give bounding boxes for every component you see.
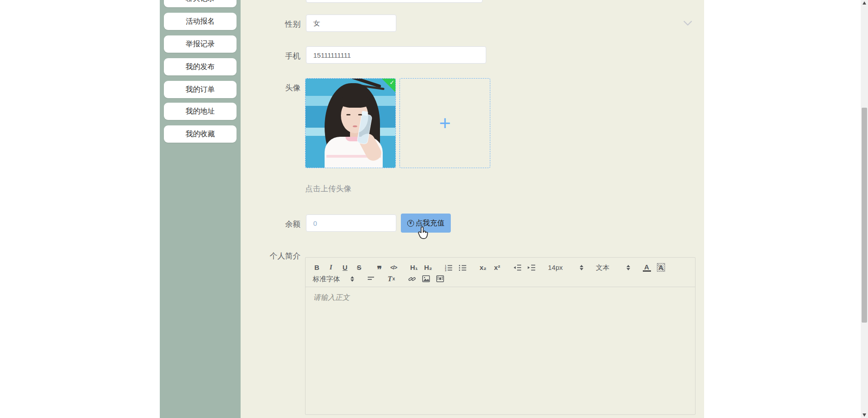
gender-label: 性别	[241, 19, 301, 30]
clear-format-button[interactable]: Tx	[387, 275, 395, 283]
link-button[interactable]	[408, 275, 416, 283]
blockquote-button[interactable]: ❞	[375, 267, 384, 272]
text-type-select[interactable]: 文本	[596, 264, 610, 271]
heading1-button[interactable]: H₁	[410, 264, 418, 271]
check-icon: ✓	[390, 79, 395, 86]
sidebar-item-my-address[interactable]: 我的地址	[164, 103, 237, 120]
editor-placeholder: 请输入正文	[313, 294, 350, 301]
insert-image-button[interactable]	[422, 275, 430, 282]
highlight-color-button[interactable]: A	[657, 263, 666, 272]
code-button[interactable]: </>	[390, 265, 398, 270]
page-scrollbar[interactable]	[861, 0, 868, 418]
svg-text:3: 3	[445, 269, 446, 271]
profile-edit-page: 聊天记录 活动报名 举报记录 我的发布 我的订单 我的地址 我的收藏 性别 手机…	[0, 0, 868, 418]
scroll-down-icon[interactable]	[863, 413, 866, 417]
heading2-button[interactable]: H₂	[424, 264, 432, 271]
bio-label: 个人简介	[241, 251, 301, 261]
underline-button[interactable]: U	[341, 264, 349, 271]
sidebar-item-my-favorites[interactable]: 我的收藏	[164, 125, 237, 143]
toolbar-row-1: B I U S ❞ </> H₁ H₂ 1 2 3	[313, 262, 688, 273]
sidebar-item-activity-signup[interactable]: 活动报名	[164, 13, 237, 30]
chevron-down-icon[interactable]	[682, 19, 693, 27]
sidebar-item-chat-history[interactable]: 聊天记录	[164, 0, 237, 7]
indent-button[interactable]	[528, 264, 536, 271]
rich-text-editor: B I U S ❞ </> H₁ H₂ 1 2 3	[305, 257, 695, 415]
avatar-image[interactable]: ✓	[305, 78, 396, 168]
superscript-button[interactable]: x²	[493, 264, 501, 271]
font-family-caret-icon[interactable]	[350, 276, 354, 282]
insert-video-button[interactable]	[436, 275, 444, 282]
cutoff-input[interactable]	[306, 0, 483, 3]
font-color-button[interactable]: A	[643, 264, 651, 272]
sidebar-item-my-posts[interactable]: 我的发布	[164, 58, 237, 75]
font-family-select[interactable]: 标准字体	[313, 275, 340, 282]
italic-button[interactable]: I	[327, 264, 335, 271]
font-size-caret-icon[interactable]	[580, 265, 583, 270]
bold-button[interactable]: B	[313, 264, 321, 271]
editor-toolbar: B I U S ❞ </> H₁ H₂ 1 2 3	[306, 258, 695, 287]
recharge-button[interactable]: ¥ 点我充值	[401, 214, 451, 233]
balance-label: 余额	[241, 219, 301, 229]
text-type-caret-icon[interactable]	[626, 265, 630, 270]
gender-input[interactable]	[306, 15, 396, 32]
ordered-list-button[interactable]: 1 2 3	[444, 264, 453, 271]
strikethrough-button[interactable]: S	[355, 264, 363, 271]
avatar-upload-tile[interactable]: +	[399, 78, 490, 168]
scroll-up-icon[interactable]	[863, 1, 866, 5]
sidebar-item-report-records[interactable]: 举报记录	[164, 35, 237, 53]
avatar-label: 头像	[241, 83, 301, 93]
editor-content-area[interactable]: 请输入正文	[306, 287, 695, 309]
scrollbar-thumb[interactable]	[862, 108, 867, 323]
font-size-select[interactable]: 14px	[548, 264, 563, 271]
recharge-button-label: 点我充值	[415, 219, 444, 228]
profile-form: 性别 手机 头像 ✓	[241, 0, 704, 418]
phone-label: 手机	[241, 51, 301, 61]
subscript-button[interactable]: x₂	[479, 264, 487, 271]
avatar-upload-hint: 点击上传头像	[305, 184, 351, 194]
phone-input[interactable]	[306, 46, 486, 64]
plus-icon: +	[439, 113, 451, 133]
balance-input[interactable]	[306, 214, 396, 232]
outdent-button[interactable]	[513, 264, 522, 271]
yen-circle-icon: ¥	[407, 220, 414, 227]
unordered-list-button[interactable]	[459, 264, 467, 271]
align-button[interactable]	[367, 276, 375, 282]
toolbar-row-2: 标准字体 Tx	[313, 273, 688, 284]
sidebar-item-my-orders[interactable]: 我的订单	[164, 81, 237, 98]
sidebar: 聊天记录 活动报名 举报记录 我的发布 我的订单 我的地址 我的收藏	[160, 0, 241, 418]
